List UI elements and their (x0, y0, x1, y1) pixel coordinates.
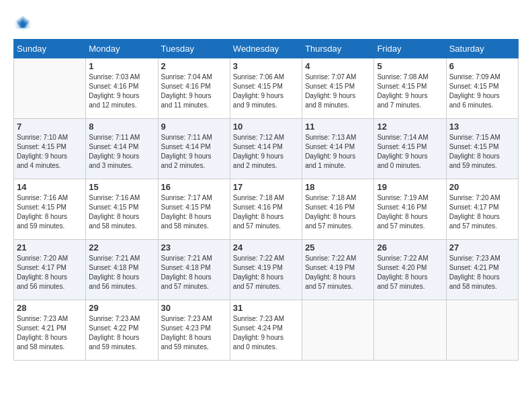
day-number: 16 (161, 182, 227, 192)
day-info: Sunrise: 7:21 AM Sunset: 4:18 PM Dayligh… (89, 254, 154, 291)
day-number: 9 (161, 122, 227, 132)
day-number: 24 (233, 242, 299, 253)
day-info: Sunrise: 7:16 AM Sunset: 4:15 PM Dayligh… (89, 193, 154, 231)
calendar-cell: 15Sunrise: 7:16 AM Sunset: 4:15 PM Dayli… (86, 179, 158, 240)
calendar-cell: 7Sunrise: 7:10 AM Sunset: 4:15 PM Daylig… (14, 119, 86, 179)
calendar-cell (14, 58, 86, 119)
calendar-cell: 30Sunrise: 7:23 AM Sunset: 4:23 PM Dayli… (158, 300, 230, 361)
calendar-cell: 28Sunrise: 7:23 AM Sunset: 4:21 PM Dayli… (14, 300, 86, 361)
calendar-cell: 4Sunrise: 7:07 AM Sunset: 4:15 PM Daylig… (302, 58, 374, 119)
day-number: 1 (89, 61, 154, 71)
calendar-cell: 11Sunrise: 7:13 AM Sunset: 4:14 PM Dayli… (302, 119, 374, 179)
day-number: 6 (449, 61, 515, 71)
logo-icon (13, 13, 32, 32)
day-info: Sunrise: 7:22 AM Sunset: 4:19 PM Dayligh… (305, 254, 371, 291)
day-number: 23 (161, 242, 227, 253)
day-info: Sunrise: 7:11 AM Sunset: 4:14 PM Dayligh… (89, 133, 154, 171)
calendar-week-4: 21Sunrise: 7:20 AM Sunset: 4:17 PM Dayli… (14, 240, 519, 300)
day-info: Sunrise: 7:23 AM Sunset: 4:21 PM Dayligh… (17, 314, 83, 352)
day-info: Sunrise: 7:15 AM Sunset: 4:15 PM Dayligh… (449, 133, 515, 171)
day-number: 26 (377, 242, 443, 253)
day-info: Sunrise: 7:23 AM Sunset: 4:21 PM Dayligh… (449, 254, 515, 291)
day-info: Sunrise: 7:04 AM Sunset: 4:16 PM Dayligh… (161, 73, 227, 110)
day-number: 2 (161, 61, 227, 71)
day-info: Sunrise: 7:07 AM Sunset: 4:15 PM Dayligh… (305, 73, 371, 110)
calendar-cell: 16Sunrise: 7:17 AM Sunset: 4:15 PM Dayli… (158, 179, 230, 240)
calendar-cell: 21Sunrise: 7:20 AM Sunset: 4:17 PM Dayli… (14, 240, 86, 300)
header-cell-saturday: Saturday (446, 40, 518, 58)
calendar-cell: 22Sunrise: 7:21 AM Sunset: 4:18 PM Dayli… (86, 240, 158, 300)
day-number: 5 (377, 61, 443, 71)
day-number: 21 (17, 242, 83, 253)
header-cell-tuesday: Tuesday (158, 40, 230, 58)
day-info: Sunrise: 7:14 AM Sunset: 4:15 PM Dayligh… (377, 133, 443, 171)
day-number: 17 (233, 182, 299, 192)
calendar-cell: 9Sunrise: 7:11 AM Sunset: 4:14 PM Daylig… (158, 119, 230, 179)
day-info: Sunrise: 7:23 AM Sunset: 4:23 PM Dayligh… (161, 314, 227, 352)
calendar-cell: 14Sunrise: 7:16 AM Sunset: 4:15 PM Dayli… (14, 179, 86, 240)
day-number: 18 (305, 182, 371, 192)
calendar-cell: 6Sunrise: 7:09 AM Sunset: 4:15 PM Daylig… (446, 58, 518, 119)
header-cell-friday: Friday (374, 40, 446, 58)
day-number: 3 (233, 61, 299, 71)
header-row: SundayMondayTuesdayWednesdayThursdayFrid… (14, 40, 519, 58)
calendar-table: SundayMondayTuesdayWednesdayThursdayFrid… (13, 39, 519, 361)
day-info: Sunrise: 7:03 AM Sunset: 4:16 PM Dayligh… (89, 73, 154, 110)
day-info: Sunrise: 7:16 AM Sunset: 4:15 PM Dayligh… (17, 193, 83, 231)
header-cell-wednesday: Wednesday (230, 40, 302, 58)
calendar-cell: 20Sunrise: 7:20 AM Sunset: 4:17 PM Dayli… (446, 179, 518, 240)
day-info: Sunrise: 7:10 AM Sunset: 4:15 PM Dayligh… (17, 133, 83, 171)
day-number: 13 (449, 122, 515, 132)
day-info: Sunrise: 7:13 AM Sunset: 4:14 PM Dayligh… (305, 133, 371, 171)
day-number: 15 (89, 182, 154, 192)
logo (13, 13, 36, 32)
calendar-cell: 27Sunrise: 7:23 AM Sunset: 4:21 PM Dayli… (446, 240, 518, 300)
calendar-week-5: 28Sunrise: 7:23 AM Sunset: 4:21 PM Dayli… (14, 300, 519, 361)
day-info: Sunrise: 7:08 AM Sunset: 4:15 PM Dayligh… (377, 73, 443, 110)
calendar-week-1: 1Sunrise: 7:03 AM Sunset: 4:16 PM Daylig… (14, 58, 519, 119)
day-number: 4 (305, 61, 371, 71)
day-number: 10 (233, 122, 299, 132)
calendar-cell: 17Sunrise: 7:18 AM Sunset: 4:16 PM Dayli… (230, 179, 302, 240)
calendar-cell: 5Sunrise: 7:08 AM Sunset: 4:15 PM Daylig… (374, 58, 446, 119)
day-number: 31 (233, 303, 299, 313)
day-number: 20 (449, 182, 515, 192)
day-info: Sunrise: 7:20 AM Sunset: 4:17 PM Dayligh… (17, 254, 83, 291)
header-cell-thursday: Thursday (302, 40, 374, 58)
calendar-cell: 8Sunrise: 7:11 AM Sunset: 4:14 PM Daylig… (86, 119, 158, 179)
day-number: 11 (305, 122, 371, 132)
calendar-cell: 10Sunrise: 7:12 AM Sunset: 4:14 PM Dayli… (230, 119, 302, 179)
calendar-cell: 12Sunrise: 7:14 AM Sunset: 4:15 PM Dayli… (374, 119, 446, 179)
calendar-cell (302, 300, 374, 361)
day-info: Sunrise: 7:11 AM Sunset: 4:14 PM Dayligh… (161, 133, 227, 171)
calendar-cell (374, 300, 446, 361)
calendar-cell: 13Sunrise: 7:15 AM Sunset: 4:15 PM Dayli… (446, 119, 518, 179)
header-cell-monday: Monday (86, 40, 158, 58)
day-number: 12 (377, 122, 443, 132)
day-info: Sunrise: 7:23 AM Sunset: 4:22 PM Dayligh… (89, 314, 154, 352)
calendar-cell: 25Sunrise: 7:22 AM Sunset: 4:19 PM Dayli… (302, 240, 374, 300)
day-info: Sunrise: 7:06 AM Sunset: 4:15 PM Dayligh… (233, 73, 299, 110)
day-info: Sunrise: 7:22 AM Sunset: 4:19 PM Dayligh… (233, 254, 299, 291)
day-info: Sunrise: 7:23 AM Sunset: 4:24 PM Dayligh… (233, 314, 299, 352)
calendar-body: 1Sunrise: 7:03 AM Sunset: 4:16 PM Daylig… (14, 58, 519, 361)
day-info: Sunrise: 7:19 AM Sunset: 4:16 PM Dayligh… (377, 193, 443, 231)
day-info: Sunrise: 7:18 AM Sunset: 4:16 PM Dayligh… (305, 193, 371, 231)
calendar-cell (446, 300, 518, 361)
day-info: Sunrise: 7:09 AM Sunset: 4:15 PM Dayligh… (449, 73, 515, 110)
calendar-cell: 3Sunrise: 7:06 AM Sunset: 4:15 PM Daylig… (230, 58, 302, 119)
day-info: Sunrise: 7:12 AM Sunset: 4:14 PM Dayligh… (233, 133, 299, 171)
calendar-cell: 26Sunrise: 7:22 AM Sunset: 4:20 PM Dayli… (374, 240, 446, 300)
calendar-week-2: 7Sunrise: 7:10 AM Sunset: 4:15 PM Daylig… (14, 119, 519, 179)
day-number: 7 (17, 122, 83, 132)
day-number: 29 (89, 303, 154, 313)
header-cell-sunday: Sunday (14, 40, 86, 58)
day-info: Sunrise: 7:18 AM Sunset: 4:16 PM Dayligh… (233, 193, 299, 231)
day-number: 27 (449, 242, 515, 253)
page-header (13, 13, 519, 32)
day-number: 8 (89, 122, 154, 132)
day-info: Sunrise: 7:22 AM Sunset: 4:20 PM Dayligh… (377, 254, 443, 291)
day-number: 28 (17, 303, 83, 313)
calendar-cell: 18Sunrise: 7:18 AM Sunset: 4:16 PM Dayli… (302, 179, 374, 240)
calendar-cell: 31Sunrise: 7:23 AM Sunset: 4:24 PM Dayli… (230, 300, 302, 361)
